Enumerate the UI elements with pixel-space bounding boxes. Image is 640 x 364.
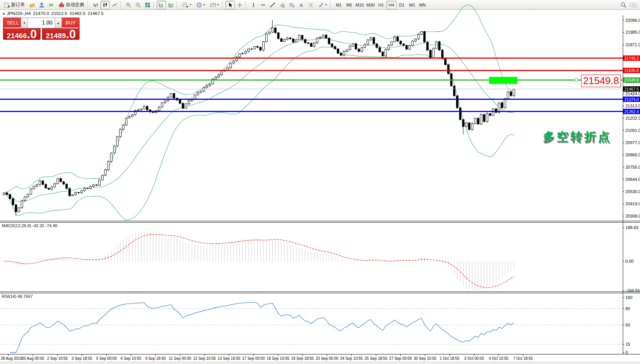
quote-high: 21512.5 [51,11,67,16]
svg-text:17 Sep 00:00: 17 Sep 00:00 [242,356,265,361]
svg-text:15: 15 [625,342,630,346]
svg-text:21424.0: 21424.0 [625,91,640,96]
macd-label: MACD(12,26,9) -42.32 -74.40 [2,223,57,228]
svg-text:21985.0: 21985.0 [625,30,640,34]
svg-text:22096.0: 22096.0 [625,18,640,23]
svg-text:18 Sep 10:55: 18 Sep 10:55 [266,356,289,361]
svg-text:21374.0: 21374.0 [624,97,639,102]
svg-text:24 Sep 10:55: 24 Sep 10:55 [340,356,363,361]
svg-text:20866.0: 20866.0 [625,153,640,157]
svg-text:1 Oct 18:55: 1 Oct 18:55 [440,356,460,361]
svg-text:20530.0: 20530.0 [625,189,640,194]
symbol-name: JPN225-,H4 [7,11,31,16]
svg-text:19 Sep 18:55: 19 Sep 18:55 [291,356,314,361]
quote-close: 21467.5 [88,11,104,16]
one-click-trading-panel: SELL 21466.0 BUY 21489.0 ▼ 1.00 ▲ [3,18,80,40]
svg-text:12 Sep 10:55: 12 Sep 10:55 [193,356,216,361]
candles [3,20,515,216]
svg-text:9 Sep 18:55: 9 Sep 18:55 [145,356,166,361]
chart-area[interactable]: 22096.021985.021871.021535.021424.021313… [0,0,640,364]
svg-text:3 Oct 00:00: 3 Oct 00:00 [464,356,484,361]
sell-price: 21466.0 [3,29,40,42]
svg-text:20419.0: 20419.0 [625,202,640,206]
svg-text:30 Sep 10:55: 30 Sep 10:55 [414,356,437,361]
svg-text:21549.8: 21549.8 [624,78,639,82]
highlight-rectangle-object[interactable] [489,77,517,84]
svg-text:21871.0: 21871.0 [625,42,640,47]
volume-input[interactable]: 1.00 [28,18,55,28]
svg-text:25 Sep 18:55: 25 Sep 18:55 [365,356,388,361]
svg-text:21262.4: 21262.4 [624,109,639,114]
svg-text:-166.55: -166.55 [625,288,640,293]
svg-text:2 Sep 10:55: 2 Sep 10:55 [47,356,68,361]
volume-control: ▼ 1.00 ▲ [21,18,62,28]
svg-text:7 Oct 18:55: 7 Oct 18:55 [513,356,533,361]
turning-point-annotation[interactable]: 多空转折点 [543,129,612,145]
symbol-collapse-icon[interactable]: ▲ [2,12,5,15]
svg-text:6 Sep 10:55: 6 Sep 10:55 [121,356,141,361]
svg-text:20644.0: 20644.0 [625,177,640,182]
svg-text:28 Aug 2019: 28 Aug 2019 [1,356,23,361]
svg-text:188.63: 188.63 [625,225,638,230]
rsi-label: RSI(14) 49.7667 [2,294,33,299]
svg-text:20308.0: 20308.0 [625,214,640,218]
quote-open: 21470.0 [33,11,49,16]
svg-text:21749.2: 21749.2 [624,56,639,60]
svg-text:11 Sep 00:00: 11 Sep 00:00 [169,356,191,361]
volume-decrease-button[interactable]: ▼ [21,18,28,28]
mt4-window: 新订单 自动交易 [0,0,640,364]
svg-text:21202.0: 21202.0 [625,116,640,120]
svg-text:20977.0: 20977.0 [625,140,640,145]
svg-text:0.00: 0.00 [625,259,634,263]
price-level-text-object[interactable]: 21549.8 [581,75,621,87]
quote-low: 21462.5 [70,11,86,16]
svg-text:50: 50 [625,323,630,327]
symbol-quote-bar: ▲JPN225-,H421470.021512.521462.521467.5 [2,11,106,16]
svg-text:20755.0: 20755.0 [625,165,640,169]
svg-text:21313.0: 21313.0 [625,104,640,108]
svg-text:21636.8: 21636.8 [624,68,639,73]
svg-text:21091.0: 21091.0 [625,128,640,133]
svg-text:21467.5: 21467.5 [624,87,639,91]
svg-text:23 Sep 00:00: 23 Sep 00:00 [316,356,339,361]
svg-text:27 Sep 00:00: 27 Sep 00:00 [389,356,412,361]
svg-text:13 Sep 18:55: 13 Sep 18:55 [218,356,240,361]
window-bottom-strip [0,362,640,364]
buy-price: 21489.0 [42,29,79,42]
svg-text:100: 100 [625,295,632,300]
svg-text:4 Oct 10:55: 4 Oct 10:55 [489,356,508,361]
svg-text:80: 80 [625,306,630,311]
svg-text:5 Sep 00:00: 5 Sep 00:00 [96,356,117,361]
svg-text:3 Sep 18:55: 3 Sep 18:55 [71,356,92,361]
volume-increase-button[interactable]: ▲ [55,18,62,28]
svg-text:0: 0 [625,350,628,355]
svg-text:30 Aug 00:00: 30 Aug 00:00 [22,356,44,361]
